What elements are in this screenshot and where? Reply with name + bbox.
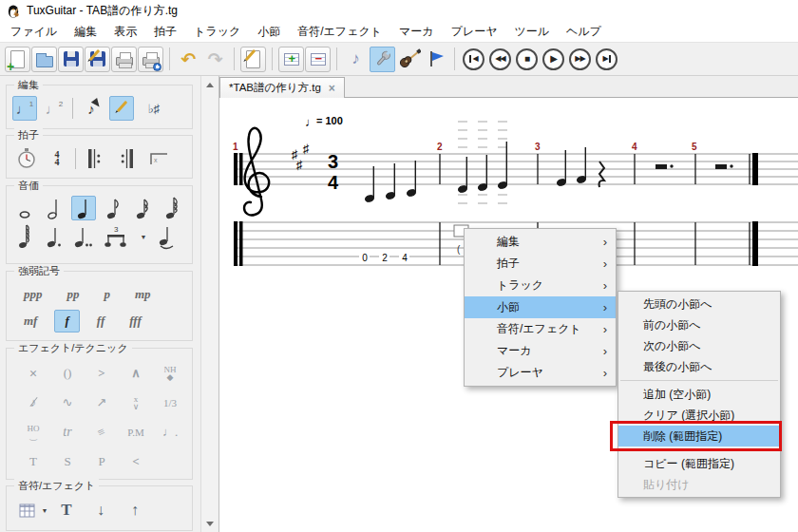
tapping-button[interactable]: T <box>16 450 50 473</box>
voice-1-button[interactable]: ♩1 <box>12 96 37 121</box>
upstroke-button[interactable]: ↑ <box>123 498 147 522</box>
menu-view[interactable]: 表示 <box>105 21 145 43</box>
double-dotted-note-button[interactable] <box>71 224 96 249</box>
half-note-button[interactable] <box>42 196 66 220</box>
stop-button[interactable]: ■ <box>514 47 540 72</box>
dynamic-fff-button[interactable]: fff <box>122 310 149 332</box>
popping-button[interactable]: P <box>85 450 119 473</box>
context-item-measure[interactable]: 小節› <box>465 296 616 318</box>
menu-help[interactable]: ヘルプ <box>558 21 610 43</box>
bend-one-third-button[interactable]: 1/3 <box>153 391 187 414</box>
context-item-player[interactable]: プレーヤ› <box>465 362 616 384</box>
scroll-up-button[interactable] <box>202 77 218 92</box>
grace-note-button[interactable]: ♪ <box>16 391 50 414</box>
tempo-button[interactable] <box>14 146 39 171</box>
dynamic-ppp-button[interactable]: ppp <box>16 283 50 306</box>
whole-note-button[interactable] <box>12 196 37 220</box>
accent-button[interactable]: > <box>85 362 119 385</box>
marker-button[interactable] <box>423 47 448 72</box>
cursor-mode-button[interactable]: ♪ <box>79 96 104 121</box>
ghost-note-button[interactable]: () <box>50 362 85 385</box>
tie-note-button[interactable] <box>154 224 179 249</box>
context-item-note-effects[interactable]: 音符/エフェクト› <box>465 318 616 340</box>
submenu-item-previous-measure[interactable]: 前の小節へ <box>618 314 780 335</box>
open-file-button[interactable] <box>31 47 57 72</box>
menu-file[interactable]: ファイル <box>2 21 66 43</box>
insert-text-button[interactable]: T <box>54 498 79 522</box>
palm-mute-button[interactable]: P.M <box>119 421 153 444</box>
submenu-item-clear-measure[interactable]: クリア (選択小節) <box>618 405 780 426</box>
bend-button[interactable]: ↗ <box>85 391 119 414</box>
dynamic-ff-button[interactable]: ff <box>89 310 112 332</box>
context-item-track[interactable]: トラック› <box>465 275 616 296</box>
instrument-button[interactable] <box>396 47 422 72</box>
chord-button[interactable] <box>14 498 39 522</box>
eighth-note-button[interactable] <box>101 196 125 220</box>
undo-button[interactable]: ↶ <box>176 47 201 72</box>
dynamic-p-button[interactable]: p <box>97 283 119 306</box>
remove-track-button[interactable]: − <box>305 47 331 72</box>
dotted-note-button[interactable] <box>42 224 66 249</box>
fade-in-button[interactable]: < <box>119 450 153 473</box>
play-button[interactable]: ▶ <box>541 47 566 72</box>
submenu-item-add-measure[interactable]: 追加 (空小節) <box>618 384 780 405</box>
dynamic-f-button[interactable]: f <box>54 310 79 332</box>
tremolo-picking-button[interactable]: ≡ <box>85 421 119 444</box>
sixteenth-note-button[interactable] <box>130 196 155 220</box>
new-file-button[interactable]: + <box>5 47 30 72</box>
time-signature-button[interactable]: 4 4 <box>45 146 69 171</box>
heavy-accent-button[interactable]: ∧ <box>119 362 153 385</box>
submenu-item-paste-measure[interactable]: 貼り付け <box>618 474 780 495</box>
trill-button[interactable]: tr <box>50 421 85 444</box>
tuplet-button[interactable]: 3 <box>101 224 133 249</box>
menu-time-signature[interactable]: 拍子 <box>145 21 185 43</box>
sidebar-scrollbar[interactable] <box>200 76 218 532</box>
menu-marker[interactable]: マーカ <box>390 21 443 43</box>
submenu-item-delete-measure[interactable]: 削除 (範囲指定) <box>618 426 780 446</box>
tab-active-document[interactable]: *TAB譜の作り方.tg × <box>219 77 345 98</box>
menu-edit[interactable]: 編集 <box>66 21 105 43</box>
context-item-edit[interactable]: 編集› <box>465 231 616 253</box>
edit-mode-button[interactable] <box>240 47 266 72</box>
context-item-marker[interactable]: マーカ› <box>465 340 616 362</box>
natural-harmonic-button[interactable]: NH ◆ <box>153 362 187 385</box>
dynamic-mf-button[interactable]: mf <box>16 310 45 332</box>
vibrato-button[interactable]: ∿ <box>50 391 85 414</box>
staccato-button[interactable]: ♩. <box>153 421 187 444</box>
print-button[interactable] <box>111 47 137 72</box>
sixty-fourth-note-button[interactable] <box>12 224 37 249</box>
menu-note-effects[interactable]: 音符/エフェクト <box>289 21 390 43</box>
menu-track[interactable]: トラック <box>185 21 249 43</box>
close-repeat-button[interactable] <box>114 146 139 171</box>
open-repeat-button[interactable] <box>82 146 106 171</box>
chord-dropdown[interactable]: ▼ <box>39 498 50 522</box>
rewind-button[interactable]: ◀◀ <box>487 47 513 72</box>
submenu-item-last-measure[interactable]: 最後の小節へ <box>618 356 780 377</box>
thirty-second-note-button[interactable] <box>160 196 184 220</box>
redo-button[interactable]: ↷ <box>202 47 228 72</box>
tremolo-bar-button[interactable]: x ∨ <box>119 391 153 414</box>
context-item-time-signature[interactable]: 拍子› <box>465 253 616 275</box>
dynamic-mp-button[interactable]: mp <box>127 283 159 306</box>
tab-close-icon[interactable]: × <box>329 82 335 95</box>
submenu-item-first-measure[interactable]: 先頭の小節へ <box>618 294 780 314</box>
add-track-button[interactable]: + <box>278 47 304 72</box>
go-start-button[interactable]: ◀ <box>461 47 486 72</box>
go-end-button[interactable]: ▶ <box>594 47 619 72</box>
downstroke-button[interactable]: ↓ <box>88 498 113 522</box>
submenu-item-next-measure[interactable]: 次の小節へ <box>618 335 780 356</box>
voice-2-button[interactable]: ♩2 <box>42 96 66 121</box>
submenu-item-copy-measure[interactable]: コピー (範囲指定) <box>618 453 780 474</box>
quarter-note-button[interactable] <box>71 196 96 220</box>
menu-measure[interactable]: 小節 <box>249 21 289 43</box>
dead-note-button[interactable]: × <box>16 362 50 385</box>
print-preview-button[interactable] <box>138 47 163 72</box>
hammer-on-button[interactable]: HO ‿ <box>16 421 50 444</box>
scroll-down-button[interactable] <box>202 516 218 531</box>
tuplet-dropdown[interactable]: ▼ <box>138 224 149 249</box>
slapping-button[interactable]: S <box>50 450 85 473</box>
settings-button[interactable] <box>370 47 395 72</box>
alternate-ending-button[interactable]: x <box>146 146 171 171</box>
menu-player[interactable]: プレーヤ <box>443 21 506 43</box>
save-as-button[interactable] <box>85 47 110 72</box>
